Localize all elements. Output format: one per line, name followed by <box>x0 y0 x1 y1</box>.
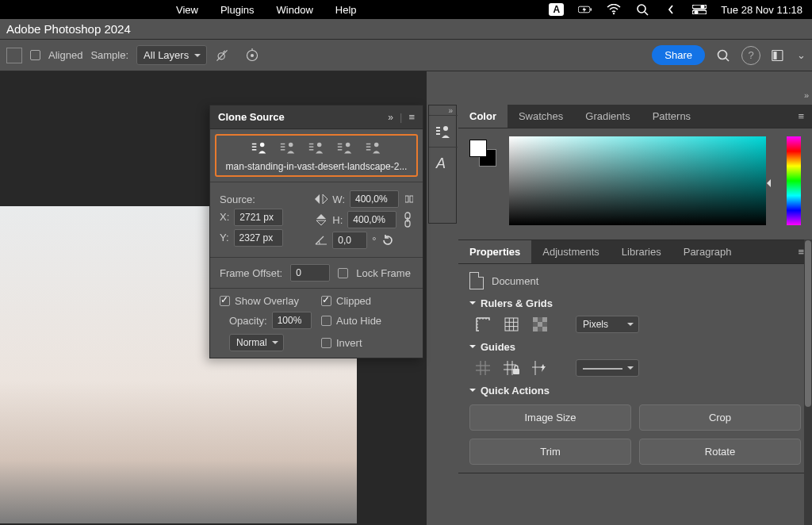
reset-transform-icon[interactable] <box>381 234 394 247</box>
link-wh-icon[interactable] <box>403 212 412 228</box>
tool-preset-picker[interactable] <box>6 48 22 63</box>
overlay-blend-select[interactable]: Normal <box>229 334 284 351</box>
workspace-chevron-icon[interactable]: ⌄ <box>797 49 806 61</box>
source-y-input[interactable] <box>234 229 283 247</box>
transparency-grid-icon[interactable] <box>531 316 549 333</box>
guides-lock-icon[interactable] <box>503 359 520 377</box>
guide-style-select[interactable] <box>576 359 639 377</box>
clone-source-title: Clone Source <box>218 111 285 123</box>
svg-rect-43 <box>405 196 408 202</box>
flip-h-icon[interactable] <box>315 194 327 205</box>
width-input[interactable] <box>350 190 399 208</box>
workspace-switcher-icon[interactable] <box>772 48 786 63</box>
tab-properties[interactable]: Properties <box>458 240 531 263</box>
scrollbar-thumb[interactable] <box>805 240 811 407</box>
right-col-collapse-icon[interactable]: » <box>804 90 809 100</box>
quick-actions-disclosure[interactable]: Quick Actions <box>469 385 801 397</box>
hue-strip[interactable] <box>787 136 801 225</box>
smart-guides-icon[interactable] <box>531 359 549 377</box>
source-x-input[interactable] <box>234 209 283 226</box>
svg-point-23 <box>260 143 265 148</box>
chevron-left-icon[interactable] <box>664 2 678 17</box>
panel-menu-icon[interactable]: ≡ <box>408 111 415 123</box>
menu-view[interactable]: View <box>176 4 198 16</box>
tab-libraries[interactable]: Libraries <box>611 240 672 263</box>
sample-select[interactable]: All Layers <box>136 45 207 65</box>
y-label: Y: <box>220 232 229 243</box>
tab-paragraph[interactable]: Paragraph <box>672 240 743 263</box>
panel-collapse-icon[interactable]: » <box>388 112 393 123</box>
character-dock-icon[interactable]: A <box>429 147 458 178</box>
share-button[interactable]: Share <box>652 45 705 65</box>
menu-help[interactable]: Help <box>335 4 357 16</box>
show-overlay-checkbox[interactable] <box>220 296 230 306</box>
menubar-datetime[interactable]: Tue 28 Nov 11:18 <box>721 4 802 16</box>
guides-toggle-icon[interactable] <box>474 359 492 377</box>
clone-source-dock-icon[interactable] <box>429 115 458 147</box>
clone-preset-4-icon[interactable] <box>336 140 354 156</box>
svg-point-6 <box>701 5 705 9</box>
properties-scrollbar[interactable] <box>804 240 812 525</box>
color-spectrum[interactable] <box>509 136 766 225</box>
units-select[interactable]: Pixels <box>576 316 639 333</box>
aligned-label: Aligned <box>48 49 82 61</box>
quick-action-trim[interactable]: Trim <box>469 439 631 465</box>
flip-v2-icon[interactable] <box>315 214 327 225</box>
menu-plugins[interactable]: Plugins <box>220 4 255 16</box>
tab-adjustments[interactable]: Adjustments <box>531 240 611 263</box>
pressure-icon[interactable] <box>245 48 259 63</box>
quick-action-crop[interactable]: Crop <box>639 404 801 431</box>
app-title-bar: Adobe Photoshop 2024 <box>0 19 812 40</box>
clone-preset-2-icon[interactable] <box>279 140 297 156</box>
lock-frame-checkbox[interactable] <box>338 268 348 278</box>
control-center-icon[interactable] <box>692 2 707 17</box>
wifi-icon[interactable] <box>607 2 621 17</box>
ruler-icon[interactable] <box>474 316 492 333</box>
tab-gradients[interactable]: Gradients <box>574 105 641 128</box>
svg-rect-63 <box>533 327 538 331</box>
height-input[interactable] <box>347 211 396 228</box>
foreground-background-swatch[interactable] <box>469 140 496 167</box>
ignore-adjustment-icon[interactable] <box>215 48 229 63</box>
quick-action-rotate[interactable]: Rotate <box>639 439 801 465</box>
clone-preset-5-icon[interactable] <box>365 140 382 156</box>
rulers-grids-disclosure[interactable]: Rulers & Grids <box>469 297 801 309</box>
menu-window[interactable]: Window <box>277 4 313 16</box>
svg-point-14 <box>718 50 727 59</box>
x-label: X: <box>220 211 229 223</box>
auto-hide-checkbox[interactable] <box>321 316 331 326</box>
clipped-checkbox[interactable] <box>321 296 331 306</box>
input-source-badge[interactable]: A <box>549 3 564 16</box>
mac-menubar: View Plugins Window Help A Tue 28 Nov 11… <box>0 0 812 19</box>
flip-v-icon[interactable] <box>405 194 413 205</box>
svg-point-12 <box>251 53 254 56</box>
angle-input[interactable] <box>332 232 367 249</box>
show-overlay-label: Show Overlay <box>235 295 299 307</box>
battery-icon[interactable] <box>578 2 592 17</box>
lock-frame-label: Lock Frame <box>356 267 411 279</box>
invert-checkbox[interactable] <box>321 338 331 348</box>
guides-disclosure[interactable]: Guides <box>469 341 801 353</box>
spotlight-icon[interactable] <box>635 2 649 17</box>
svg-point-31 <box>317 143 322 148</box>
svg-point-39 <box>374 143 379 148</box>
clone-preset-3-icon[interactable] <box>308 140 325 156</box>
grid-icon[interactable] <box>503 316 520 333</box>
frame-offset-input[interactable] <box>290 264 330 282</box>
dock-expand-icon[interactable]: » <box>429 105 456 115</box>
color-panel-menu-icon[interactable]: ≡ <box>798 110 812 122</box>
tab-swatches[interactable]: Swatches <box>508 105 574 128</box>
foreground-color-swatch[interactable] <box>469 140 487 157</box>
tab-patterns[interactable]: Patterns <box>642 105 702 128</box>
help-icon[interactable]: ? <box>741 46 760 65</box>
svg-rect-44 <box>410 196 413 202</box>
svg-point-8 <box>695 10 699 14</box>
color-panel-group: Color Swatches Gradients Patterns ≡ <box>458 105 812 240</box>
tab-color[interactable]: Color <box>458 105 508 128</box>
overlay-opacity-input[interactable] <box>272 312 312 329</box>
auto-hide-label: Auto Hide <box>336 315 381 327</box>
search-icon[interactable] <box>716 48 730 63</box>
quick-action-image-size[interactable]: Image Size <box>469 404 631 431</box>
clone-preset-1-icon[interactable] <box>251 140 268 156</box>
aligned-checkbox[interactable] <box>30 50 40 60</box>
